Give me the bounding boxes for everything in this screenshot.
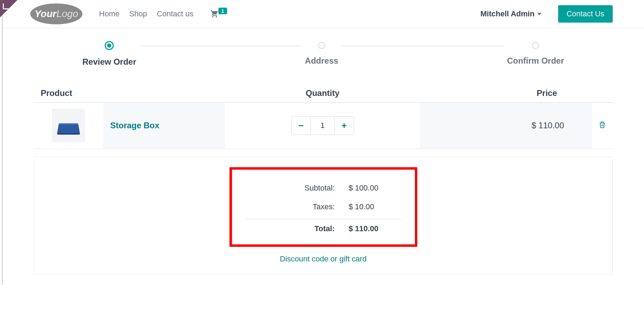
cart-row: Storage Box − + $ 110.00 (34, 103, 613, 149)
step-bubble-active (105, 41, 114, 50)
nav-home[interactable]: Home (99, 9, 120, 18)
checkout-progress: Review Order Address Confirm Order (34, 42, 613, 67)
taxes-value: $ 10.00 (349, 202, 401, 211)
order-summary: Subtotal: $ 100.00 Taxes: $ 10.00 Total:… (34, 156, 613, 274)
header-product: Product (34, 84, 225, 103)
editor-corner-tab[interactable] (0, 0, 17, 17)
step-label: Address (305, 56, 338, 66)
cart-count-badge: 1 (218, 8, 227, 14)
subtotal-label: Subtotal: (246, 184, 349, 193)
total-value: $ 110.00 (349, 224, 401, 233)
site-logo[interactable]: YourLogo (30, 3, 82, 24)
taxes-label: Taxes: (246, 202, 349, 211)
main-content: Review Order Address Confirm Order Produ… (2, 28, 644, 285)
header-price: Price (420, 84, 592, 103)
discount-code-link[interactable]: Discount code or gift card (45, 254, 602, 264)
trash-icon (599, 121, 606, 129)
subtotal-value: $ 100.00 (349, 184, 401, 193)
contact-us-button[interactable]: Contact Us (558, 5, 613, 23)
total-label: Total: (246, 224, 349, 233)
qty-decrease-button[interactable]: − (292, 116, 311, 135)
navbar: YourLogo Home Shop Contact us 1 Mitchell… (2, 0, 644, 28)
user-name: Mitchell Admin (481, 9, 535, 18)
step-bubble (318, 42, 325, 49)
step-review-order[interactable]: Review Order (79, 42, 140, 67)
quantity-stepper: − + (291, 116, 354, 135)
totals-highlight: Subtotal: $ 100.00 Taxes: $ 10.00 Total:… (230, 167, 417, 247)
step-confirm-order[interactable]: Confirm Order (504, 42, 567, 66)
cart-table: Product Quantity Price Storage Box − (34, 84, 613, 149)
step-address[interactable]: Address (301, 42, 342, 66)
nav-shop[interactable]: Shop (129, 9, 147, 18)
line-price: $ 110.00 (420, 103, 592, 149)
nav-contact[interactable]: Contact us (157, 9, 193, 18)
cart-icon (210, 10, 219, 18)
qty-input[interactable] (311, 116, 335, 135)
qty-increase-button[interactable]: + (335, 116, 354, 135)
step-label: Confirm Order (507, 56, 564, 66)
cart-link[interactable]: 1 (210, 10, 227, 18)
chevron-down-icon (537, 13, 541, 15)
user-menu[interactable]: Mitchell Admin (481, 9, 542, 18)
remove-item-button[interactable] (599, 121, 606, 130)
step-bubble (532, 42, 539, 49)
product-image[interactable] (52, 109, 85, 142)
header-quantity: Quantity (225, 84, 420, 103)
step-label: Review Order (82, 57, 136, 67)
product-name-link[interactable]: Storage Box (110, 121, 159, 130)
